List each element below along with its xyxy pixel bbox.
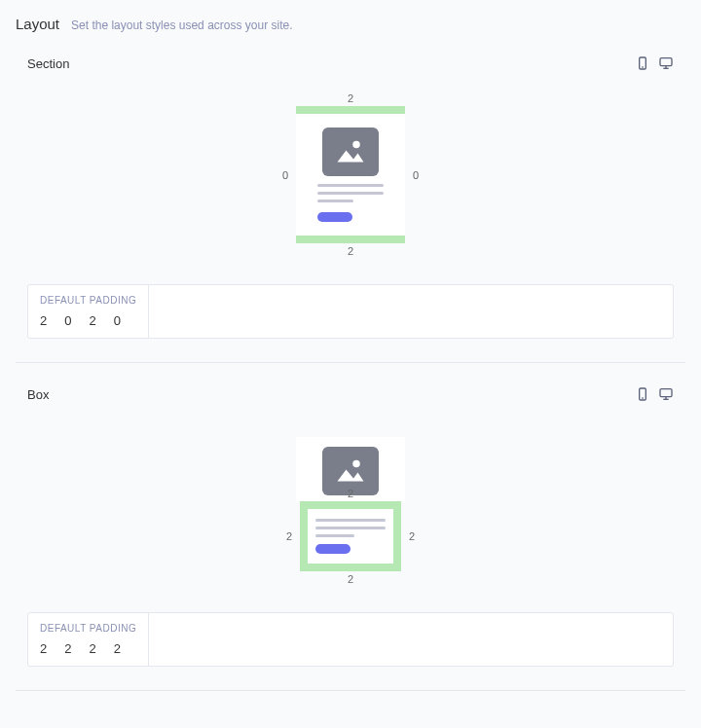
section-layout-block: Section 2 2 0 0 (16, 55, 685, 363)
mobile-icon[interactable] (635, 386, 650, 402)
dp-value-1[interactable]: 2 (40, 313, 47, 328)
desktop-icon[interactable] (658, 55, 674, 71)
button-placeholder (315, 544, 350, 554)
layout-header: Layout Set the layout styles used across… (16, 16, 685, 32)
device-toggle (635, 386, 674, 402)
svg-rect-8 (660, 389, 672, 397)
default-padding-label: DEFAULT PADDING (40, 295, 136, 306)
padding-bottom-label: 2 (348, 245, 353, 257)
dp-value-4[interactable]: 2 (114, 641, 121, 656)
box-padding-indicator (300, 501, 401, 571)
padding-left-label: 2 (286, 530, 292, 542)
dp-value-3[interactable]: 2 (89, 641, 95, 656)
default-padding-label: DEFAULT PADDING (40, 623, 136, 634)
padding-left-label: 0 (282, 169, 288, 181)
default-padding-values: 2 2 2 2 (40, 641, 136, 656)
box-layout-block: Box 2 2 2 2 (16, 386, 685, 691)
dp-value-2[interactable]: 2 (64, 641, 71, 656)
dp-value-2[interactable]: 0 (64, 313, 71, 328)
dp-value-1[interactable]: 2 (40, 641, 47, 656)
svg-rect-2 (660, 58, 672, 66)
page-title: Layout (16, 16, 59, 32)
default-padding-cell: DEFAULT PADDING 2 2 2 2 (28, 613, 149, 666)
image-placeholder-icon (322, 127, 379, 176)
padding-right-label: 0 (413, 169, 419, 181)
padding-bottom-label: 2 (348, 573, 353, 585)
padding-top-indicator (296, 106, 405, 114)
box-preview: 2 2 2 2 (16, 418, 685, 601)
section-title: Section (27, 56, 69, 71)
section-card-preview (296, 106, 405, 243)
mobile-icon[interactable] (635, 55, 650, 71)
svg-point-5 (352, 141, 360, 149)
dp-value-3[interactable]: 2 (89, 313, 95, 328)
section-preview: 2 2 0 0 (16, 87, 685, 273)
button-placeholder (317, 212, 352, 222)
card-inner (296, 114, 405, 236)
device-toggle (635, 55, 674, 71)
box-card-preview: 2 2 2 2 (296, 437, 405, 571)
box-padding-frame: 2 2 2 2 (300, 501, 401, 571)
text-lines (317, 184, 384, 202)
default-padding-row[interactable]: DEFAULT PADDING 2 2 2 2 (27, 612, 674, 667)
desktop-icon[interactable] (658, 386, 674, 402)
default-padding-cell: DEFAULT PADDING 2 0 2 0 (28, 285, 149, 338)
section-head: Section (16, 55, 685, 71)
box-head: Box (16, 386, 685, 402)
default-padding-values: 2 0 2 0 (40, 313, 136, 328)
page-subtitle: Set the layout styles used across your s… (71, 18, 292, 32)
padding-top-label: 2 (348, 92, 353, 104)
padding-bottom-indicator (296, 236, 405, 243)
default-padding-row[interactable]: DEFAULT PADDING 2 0 2 0 (27, 284, 674, 339)
dp-value-4[interactable]: 0 (114, 313, 121, 328)
padding-right-label: 2 (409, 530, 415, 542)
svg-point-11 (352, 460, 360, 468)
padding-top-label: 2 (348, 488, 353, 499)
box-title: Box (27, 387, 49, 402)
